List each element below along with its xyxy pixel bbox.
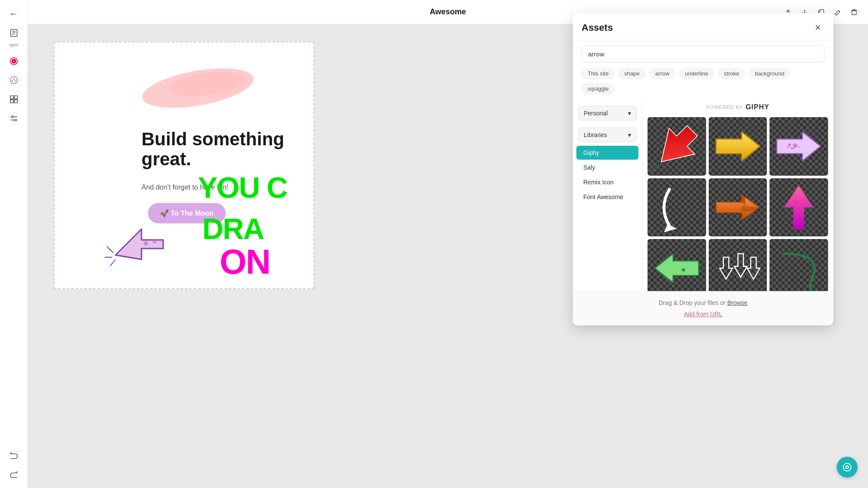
personal-chevron: ▾: [628, 110, 631, 117]
open-label: open: [9, 43, 18, 47]
libraries-dropdown[interactable]: Libraries ▾: [578, 128, 637, 142]
svg-text:★: ★: [681, 266, 686, 273]
assets-panel-title: Assets: [582, 22, 613, 33]
giphy-item-9[interactable]: [769, 239, 828, 291]
svg-point-32: [144, 241, 148, 246]
sidebar-item-fontawesome[interactable]: Font Awesome: [576, 190, 638, 204]
powered-by-text: POWERED BY: [706, 105, 743, 110]
assets-panel: Assets ✕ This site shape arrow underline…: [573, 13, 833, 325]
assets-body: Personal ▾ Libraries ▾ Giphy Saly Remix …: [573, 99, 833, 291]
svg-marker-43: [716, 132, 760, 161]
filter-tag-arrow[interactable]: arrow: [649, 68, 676, 79]
open-group: open: [5, 24, 23, 47]
document-icon[interactable]: [5, 24, 23, 42]
redo-button[interactable]: [5, 465, 23, 483]
libraries-label: Libraries: [584, 131, 607, 138]
svg-line-21: [838, 10, 840, 12]
pink-arrow-sticker: [102, 203, 168, 272]
svg-point-7: [10, 77, 17, 84]
filter-tag-squiggle[interactable]: squiggle: [582, 83, 615, 95]
giphy-item-4[interactable]: [648, 178, 706, 237]
filter-tag-background[interactable]: background: [749, 68, 790, 79]
palette-icon[interactable]: [5, 72, 23, 89]
pink-brush: [137, 64, 259, 112]
giphy-logo: GIPHY: [746, 103, 769, 111]
personal-label: Personal: [584, 110, 608, 117]
drag-drop-text: Drag & Drop your files or Browse: [582, 299, 825, 306]
shapes-icon[interactable]: [5, 91, 23, 108]
giphy-item-1[interactable]: [648, 117, 706, 176]
svg-point-45: [793, 144, 797, 148]
assets-footer: Drag & Drop your files or Browse Add fro…: [573, 291, 833, 325]
svg-rect-22: [852, 11, 856, 15]
svg-point-8: [13, 78, 15, 80]
view-button[interactable]: [837, 457, 858, 478]
add-from-url-link[interactable]: Add from URL: [582, 311, 825, 318]
filter-tag-stroke[interactable]: stroke: [718, 68, 745, 79]
sidebar-item-saly[interactable]: Saly: [576, 160, 638, 174]
page-title: Awesome: [430, 7, 466, 16]
svg-rect-14: [14, 100, 17, 103]
svg-marker-56: [720, 257, 732, 279]
svg-point-46: [788, 144, 791, 147]
svg-marker-59: [815, 288, 821, 291]
svg-point-6: [13, 60, 15, 62]
svg-marker-54: [655, 254, 699, 283]
svg-marker-53: [784, 186, 813, 229]
canvas-frame: Build somethinggreat. And don't forget t…: [54, 42, 314, 289]
personal-section: Personal ▾: [573, 104, 642, 126]
svg-rect-11: [10, 96, 13, 99]
svg-rect-12: [14, 96, 17, 99]
svg-point-9: [11, 80, 13, 82]
assets-filter-row: This site shape arrow underline stroke b…: [573, 66, 833, 99]
assets-search-input[interactable]: [582, 46, 825, 62]
svg-point-48: [797, 146, 800, 148]
giphy-item-3[interactable]: [769, 117, 828, 176]
svg-line-36: [110, 259, 115, 266]
libraries-chevron: ▾: [628, 131, 631, 138]
svg-line-34: [107, 246, 113, 253]
svg-point-47: [786, 146, 789, 148]
svg-point-10: [14, 80, 16, 82]
filter-tag-underline[interactable]: underline: [679, 68, 714, 79]
giphy-item-5[interactable]: [709, 178, 767, 237]
assets-header: Assets ✕: [573, 13, 833, 40]
assets-content: POWERED BY GIPHY: [642, 99, 833, 291]
assets-search-row: [573, 40, 833, 66]
filter-tag-thissite[interactable]: This site: [582, 68, 615, 79]
canvas-text-you: YOU C: [198, 170, 287, 204]
left-sidebar: ← open: [0, 0, 28, 488]
giphy-item-8[interactable]: [709, 239, 767, 291]
undo-button[interactable]: [5, 446, 23, 464]
giphy-item-6[interactable]: [769, 178, 828, 237]
giphy-item-7[interactable]: ★: [648, 239, 706, 291]
back-button[interactable]: ←: [5, 5, 23, 23]
sidebar-item-giphy[interactable]: Giphy: [576, 146, 638, 160]
canvas-text-on: ON: [220, 242, 270, 282]
giphy-grid: ★: [648, 117, 828, 291]
svg-marker-58: [747, 257, 760, 279]
svg-rect-13: [10, 100, 13, 103]
delete-button[interactable]: [847, 5, 861, 19]
svg-marker-31: [115, 229, 163, 259]
svg-marker-57: [734, 254, 747, 278]
assets-sidebar: Personal ▾ Libraries ▾ Giphy Saly Remix …: [573, 99, 642, 291]
assets-close-button[interactable]: ✕: [811, 21, 825, 35]
svg-point-18: [14, 119, 16, 121]
sliders-icon[interactable]: [5, 110, 23, 127]
giphy-powered: POWERED BY GIPHY: [648, 103, 828, 111]
filter-tag-shape[interactable]: shape: [618, 68, 645, 79]
svg-line-42: [649, 163, 655, 168]
canvas-text-draw: DRA: [202, 212, 263, 246]
sidebar-item-remixicon[interactable]: Remix Icon: [576, 175, 638, 189]
personal-dropdown[interactable]: Personal ▾: [578, 106, 637, 121]
svg-point-33: [153, 240, 156, 243]
canvas-headline: Build somethinggreat.: [141, 129, 284, 169]
browse-link[interactable]: Browse: [727, 299, 748, 306]
giphy-item-2[interactable]: [709, 117, 767, 176]
svg-point-17: [11, 116, 13, 118]
flag-icon[interactable]: [5, 52, 23, 70]
svg-point-39: [846, 466, 848, 468]
